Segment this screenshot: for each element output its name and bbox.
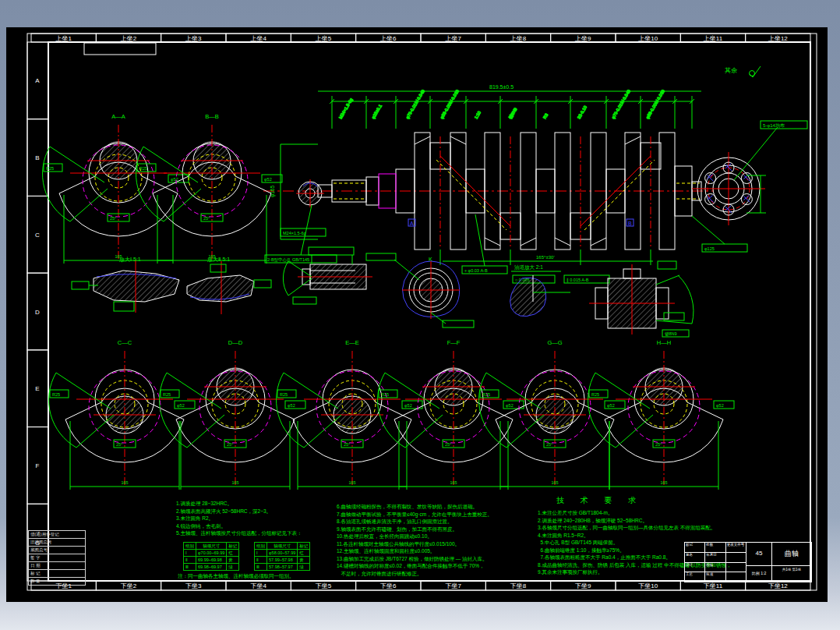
section-view-C—C: C—CR25φ5225°165 [49, 339, 195, 490]
dim-label: M24×1.5-6g [338, 97, 354, 120]
section-dim-left: R25 [482, 392, 490, 397]
title-block-cell: 年月日 [705, 553, 725, 562]
section-dim-right: φ52 [264, 177, 272, 182]
zone-label-bottom: 下坐4 [250, 582, 266, 589]
group-table-2: 组别轴颈尺寸标记Ⅰφ58.00~57.99红Ⅱ57.99~57.98黄Ⅲ57.9… [254, 542, 310, 571]
table-header: 轴颈尺寸 [267, 543, 298, 550]
note-line: 2.轴颈表面高频淬火 52~58HRC，深2~3。 [176, 508, 332, 515]
detail-view-2: 放大Ⅱ 5:1 [187, 257, 271, 314]
title-block-cell: 签名 [685, 553, 705, 562]
zone-label-bottom: 下坐5 [316, 582, 332, 589]
material-cell: 45 [746, 543, 771, 566]
keyway-section-detail: 键8N9 [589, 261, 694, 337]
note-line: 4.锐边倒钝，去毛刺。 [176, 522, 332, 530]
section-view-G—G: G—GR25φ5225°165 [479, 339, 625, 490]
dim-label: φ58-0.009/-0.039 [645, 89, 665, 120]
table-header: 组别 [255, 543, 267, 550]
section-dim-bottom: 165 [208, 254, 215, 259]
section-label: B—B [205, 113, 219, 120]
section-dim-bottom: 165 [348, 480, 355, 485]
note-line: 14.键槽对轴线的对称度≤0.02，锥面与配合件接触率不低于 70%， [337, 562, 553, 570]
shaft-nose-section-detail [283, 247, 372, 304]
zone-label-bottom: 下坐8 [510, 582, 527, 589]
section-dim-right: φ52 [177, 403, 185, 408]
section-view-A—A: A—AR25φ5225°165 [43, 113, 189, 264]
section-dim-right: φ52 [607, 403, 615, 408]
zone-label-left: F [36, 462, 40, 469]
section-dim-left: R25 [52, 392, 60, 397]
section-label: G—G [547, 339, 562, 346]
bolt-hole-callout: 5-φ14均布 [763, 123, 785, 128]
section-dim-right: φ52 [404, 403, 412, 408]
title-block-cell: 更改文件号 [726, 543, 746, 552]
zone-label-top: 上坐8 [510, 35, 527, 42]
keyway-callout: 键8N9 [665, 331, 677, 337]
title-block-cell: 校核 [705, 563, 725, 572]
section-view-B—B: B—BR25φ5225°165 [136, 113, 282, 264]
k-direction-view: K [366, 253, 474, 327]
shaft-end-mini-view [296, 179, 324, 207]
revision-row: 借(通)用件登记 [28, 530, 86, 538]
dim-label: R3 [542, 112, 549, 119]
note-line: 9.轴颈表面不允许有磕碰、划伤，加工面不得有黑皮。 [337, 526, 553, 533]
table-header: 标记 [227, 543, 239, 550]
dim-label: 键8N9 [508, 107, 519, 120]
section-dim-left: R25 [381, 392, 389, 397]
section-dim-right: φ52 [171, 177, 178, 182]
title-block-grid: 标记处数更改文件号签名年月日设计校核工艺批准 [685, 543, 746, 582]
title-block-cell [726, 572, 746, 582]
flange-end-view: 5-φ14均布 [692, 121, 807, 225]
title-block-cell: 处数 [705, 543, 725, 552]
note-line: 注：同一曲轴各主轴颈、连杆轴颈必须取同一组别。 [178, 572, 349, 580]
table-row: Ⅱ69.99~69.98黄 [184, 557, 239, 564]
cad-canvas: 上坐1上坐2上坐3上坐4上坐5上坐6上坐7上坐8上坐9上坐10上坐11上坐12下… [6, 27, 828, 602]
zone-label-top: 上坐12 [768, 35, 788, 42]
notes-middle: 6.曲轴须经磁粉探伤，不得有裂纹、发纹等缺陷，探伤后退磁。7.曲轴做动平衡试验，… [337, 503, 553, 577]
flange-leader [734, 127, 778, 180]
zone-label-top: 上坐11 [703, 35, 723, 42]
zone-label-top: 上坐5 [315, 35, 332, 42]
section-dim-bottom: 165 [115, 254, 122, 259]
revision-row: 标 记 [28, 569, 86, 577]
surface-note-text: 其余 [725, 67, 737, 74]
title-block-cell: 工艺 [685, 572, 705, 582]
oil-passage-lines [436, 156, 655, 230]
table-header: 组别 [184, 543, 196, 550]
callout-text: φ125 [704, 246, 715, 251]
callout-text: ⌖ φ0.03 A-B [464, 268, 488, 273]
note-line: 12.主轴颈、连杆轴颈圆度和圆柱度≤0.005。 [337, 547, 553, 555]
zone-label-top: 上坐4 [249, 35, 266, 42]
notes-left-footnote: 注：同一曲轴各主轴颈、连杆轴颈必须取同一组别。 [178, 572, 349, 580]
revision-row: 签 字 [28, 554, 86, 561]
section-label: E—E [345, 339, 359, 346]
table-row: Ⅱ57.99~57.98黄 [255, 557, 310, 564]
dim-label: 32-0.10 [577, 104, 588, 119]
note-line: 10.热处理后校直，全长径向圆跳动≤0.10。 [337, 533, 553, 540]
group-table-1: 组别轴颈尺寸标记Ⅰφ70.00~69.99红Ⅱ69.99~69.98黄Ⅲ69.9… [183, 542, 239, 571]
overall-dim-label: 819.5±0.5 [489, 84, 514, 90]
section-view-H—H: H—HR25φ5225°165 [588, 339, 734, 490]
zone-label-top: 上坐1 [55, 35, 72, 42]
dim-label: φ58-0.009/-0.039 [439, 89, 460, 120]
section-dim-bottom: 165 [660, 480, 667, 485]
dim-label: φ25±0.1 [371, 104, 383, 120]
notes-left: 1.调质处理 28~32HRC。2.轴颈表面高频淬火 52~58HRC，深2~3… [176, 500, 332, 537]
section-dim-bottom: 165 [231, 480, 238, 485]
zone-label-top: 上坐7 [444, 35, 461, 42]
title-block: 标记处数更改文件号签名年月日设计校核工艺批准 45 比例 1:2 曲轴 共1张 … [684, 542, 812, 582]
section-dim-angle: 25° [227, 442, 233, 447]
table-header: 轴颈尺寸 [196, 543, 227, 550]
section-dim-angle: 25° [116, 442, 122, 447]
main-crankshaft-view: M24×1.5-6gφ25±0.1φ70-0.019/-0.049φ58-0.0… [263, 84, 747, 283]
sheet-cell: 共1张 第1张 [772, 566, 811, 582]
note-line: 4.未注圆角 R1.5~R2。 [538, 532, 756, 540]
section-dim-bottom: 165 [551, 480, 558, 485]
zone-label-bottom: 下坐11 [704, 582, 723, 589]
zone-label-bottom: 下坐3 [185, 582, 202, 589]
tech-requirements-heading: 技 术 要 求 [556, 495, 643, 506]
zone-label-top: 上坐2 [120, 35, 137, 42]
section-dim-angle: 25° [655, 442, 662, 447]
section-view-D—D: D—DR25φ5225°165 [160, 339, 305, 490]
title-block-cell: 标记 [685, 543, 705, 552]
dim-label: φ70-0.019/-0.049 [611, 89, 631, 120]
